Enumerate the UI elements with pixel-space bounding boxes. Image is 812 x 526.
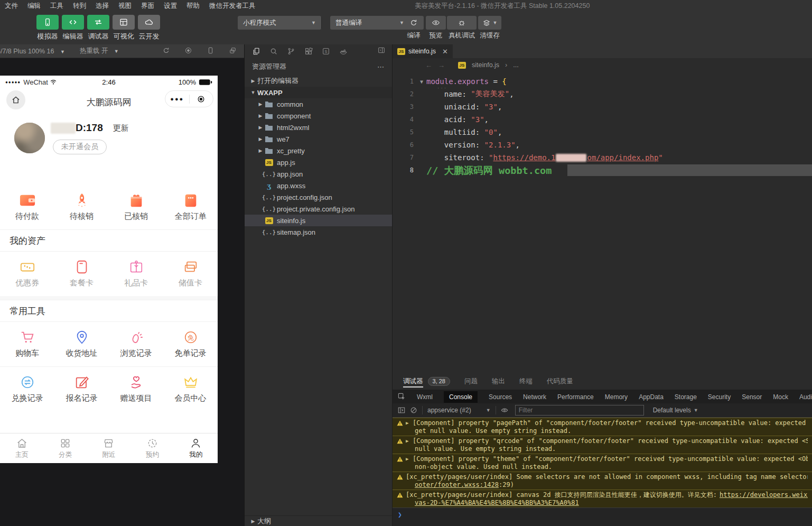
menu-item[interactable]: 视图 bbox=[118, 2, 132, 11]
back-arrow-icon[interactable]: ← bbox=[425, 61, 432, 69]
member-status-pill[interactable]: 未开通会员 bbox=[53, 140, 107, 154]
activity-docker-whale-button[interactable] bbox=[339, 47, 348, 56]
debug-tab-4[interactable]: 代码质量 bbox=[547, 373, 573, 390]
tabbar-item-shop[interactable]: 附近 bbox=[87, 433, 130, 463]
panel-divider[interactable] bbox=[244, 44, 245, 526]
devtools-tab-memory[interactable]: Memory bbox=[605, 393, 628, 401]
tabbar-item-grid[interactable]: 分类 bbox=[43, 433, 87, 463]
activity-files-button[interactable] bbox=[252, 47, 260, 56]
update-link[interactable]: 更新 bbox=[113, 123, 129, 133]
grid-item-gift-card[interactable]: 礼品卡 bbox=[109, 259, 163, 288]
expand-arrow-icon[interactable]: ▶ bbox=[406, 437, 410, 445]
inspect-element-button[interactable] bbox=[398, 393, 406, 401]
bookmark-icon[interactable] bbox=[412, 61, 419, 69]
breadcrumb-more[interactable]: ... bbox=[513, 61, 518, 69]
sidebar-toggle-icon[interactable] bbox=[398, 407, 405, 414]
toolbar-button-layout[interactable]: 可视化 bbox=[111, 15, 136, 41]
file-sitemap-json[interactable]: {..}sitemap.json bbox=[245, 226, 392, 238]
activity-git-branch-button[interactable] bbox=[287, 47, 295, 56]
console-link[interactable]: ooter/footer.wxss:1428 bbox=[415, 481, 499, 488]
grid-item-cart[interactable]: 购物车 bbox=[0, 329, 54, 358]
hot-reload-toggle[interactable]: 热重载 开 ▼ bbox=[80, 47, 119, 56]
fold-chevron-icon[interactable]: ▼ bbox=[417, 79, 426, 85]
tabbar-item-person[interactable]: 我的 bbox=[174, 433, 218, 463]
console-link[interactable]: https://developers.weixin.qq.com/mi bbox=[720, 491, 808, 499]
file-project-config-json[interactable]: {..}project.config.json bbox=[245, 191, 392, 203]
grid-item-cards[interactable]: 储值卡 bbox=[163, 259, 218, 288]
console-filter-input[interactable] bbox=[515, 405, 644, 416]
console-link[interactable]: vas-2D-%E7%A4%BA%E4%BE%8B%E4%BB%A3%E7%A0… bbox=[415, 499, 579, 506]
folder-html2wxml[interactable]: ▶html2wxml bbox=[245, 122, 392, 133]
exit-target-icon[interactable] bbox=[190, 95, 213, 104]
console-prompt[interactable]: ❯ bbox=[393, 507, 812, 521]
activity-search-button[interactable] bbox=[269, 47, 278, 56]
action-eye-button[interactable]: 预览 bbox=[426, 16, 446, 40]
devtools-tab-security[interactable]: Security bbox=[708, 393, 731, 401]
menu-item[interactable]: 选择 bbox=[96, 2, 109, 11]
devtools-tab-mock[interactable]: Mock bbox=[773, 393, 788, 401]
file-app-js[interactable]: JSapp.js bbox=[245, 156, 392, 168]
grid-item-order-bag[interactable]: 全部订单 bbox=[163, 192, 218, 222]
toolbar-button-cloud[interactable]: 云开发 bbox=[136, 15, 162, 41]
compile-select[interactable]: 普通编译 ▼ bbox=[330, 16, 409, 30]
activity-s-box-button[interactable]: S bbox=[322, 47, 330, 56]
debug-tab-2[interactable]: 输出 bbox=[492, 373, 505, 390]
execution-context-select[interactable]: appservice (#2) ▼ bbox=[427, 407, 491, 414]
toolbar-button-swap-arrows[interactable]: 调试器 bbox=[86, 15, 111, 41]
forward-arrow-icon[interactable]: → bbox=[438, 61, 445, 69]
grid-item-location-pin[interactable]: 收货地址 bbox=[54, 329, 109, 358]
menu-item[interactable]: 编辑 bbox=[27, 2, 41, 11]
grid-item-giftbox[interactable]: 已核销 bbox=[109, 192, 163, 222]
action-refresh-button[interactable]: 编译 bbox=[404, 16, 424, 40]
activity-extensions-button[interactable] bbox=[304, 47, 313, 56]
devtools-tab-network[interactable]: Network bbox=[523, 393, 546, 401]
breadcrumb-file[interactable]: siteinfo.js bbox=[472, 61, 499, 69]
devtools-tab-appdata[interactable]: AppData bbox=[639, 393, 664, 401]
expand-arrow-icon[interactable]: ▶ bbox=[406, 455, 410, 463]
action-bug-button[interactable]: 真机调试 bbox=[447, 16, 477, 40]
close-icon[interactable]: ✕ bbox=[442, 48, 448, 56]
grid-item-crown[interactable]: 会员中心 bbox=[163, 374, 218, 403]
devtools-tab-console[interactable]: Console bbox=[444, 391, 478, 403]
folder-we7[interactable]: ▶we7 bbox=[245, 133, 392, 145]
live-expression-eye-icon[interactable] bbox=[501, 407, 508, 414]
expand-arrow-icon[interactable]: ▶ bbox=[406, 419, 410, 427]
file-app-json[interactable]: {..}app.json bbox=[245, 168, 392, 180]
collapse-panel-button[interactable] bbox=[377, 46, 386, 57]
debug-tab-1[interactable]: 问题 bbox=[464, 373, 478, 390]
device-selector[interactable]: 6/7/8 Plus 100% 16 ▼ bbox=[0, 48, 65, 55]
file-app-wxss[interactable]: ʒapp.wxss bbox=[245, 180, 392, 191]
grid-item-gift-hand[interactable]: 赠送项目 bbox=[109, 374, 163, 403]
grid-item-rocket[interactable]: 待核销 bbox=[54, 192, 109, 222]
file-WXAPP[interactable]: ▼WXAPP bbox=[245, 87, 392, 98]
devtools-tab-wxml[interactable]: Wxml bbox=[417, 393, 433, 401]
toolbar-button-simulator[interactable]: 模拟器 bbox=[35, 15, 60, 41]
more-dots-icon[interactable]: ●●● bbox=[165, 96, 189, 102]
menu-item[interactable]: 界面 bbox=[141, 2, 154, 11]
devtools-tab-performance[interactable]: Performance bbox=[557, 393, 594, 401]
outline-section[interactable]: ▶ 大纲 bbox=[245, 515, 392, 526]
folder-common[interactable]: ▶common bbox=[245, 98, 392, 110]
file--[interactable]: ▶打开的编辑器 bbox=[245, 75, 392, 87]
code-area[interactable]: ··· 1▼module.exports = {2 name: "美容美发",3… bbox=[393, 72, 812, 177]
grid-item-footprint[interactable]: 浏览记录 bbox=[109, 329, 163, 358]
menu-item[interactable]: 微信开发者工具 bbox=[209, 2, 256, 11]
file-project-private-config-json[interactable]: {..}project.private.config.json bbox=[245, 203, 392, 215]
devtools-tab-sources[interactable]: Sources bbox=[489, 393, 512, 401]
toolbar-button-code[interactable]: 编辑器 bbox=[60, 15, 86, 41]
devtools-tab-storage[interactable]: Storage bbox=[675, 393, 697, 401]
rotate-button[interactable] bbox=[162, 47, 170, 56]
debug-tab-0[interactable]: 调试器3, 28 bbox=[403, 373, 450, 390]
debug-tab-3[interactable]: 终端 bbox=[519, 373, 533, 390]
devtools-tab-sensor[interactable]: Sensor bbox=[742, 393, 762, 401]
grid-item-card[interactable]: 套餐卡 bbox=[54, 259, 109, 288]
tabbar-item-clock[interactable]: 预约 bbox=[130, 433, 174, 463]
tab-siteinfo-js[interactable]: JS siteinfo.js ✕ bbox=[393, 44, 453, 58]
file-siteinfo-js[interactable]: JSsiteinfo.js bbox=[245, 215, 392, 226]
action-layers-button[interactable]: ▼清缓存 bbox=[478, 16, 501, 40]
list-icon[interactable] bbox=[399, 61, 406, 69]
log-levels-select[interactable]: Default levels ▼ bbox=[653, 407, 698, 414]
menu-item[interactable]: 转到 bbox=[73, 2, 86, 11]
menu-item[interactable]: 工具 bbox=[50, 2, 63, 11]
grid-item-form-pencil[interactable]: 报名记录 bbox=[54, 374, 109, 403]
